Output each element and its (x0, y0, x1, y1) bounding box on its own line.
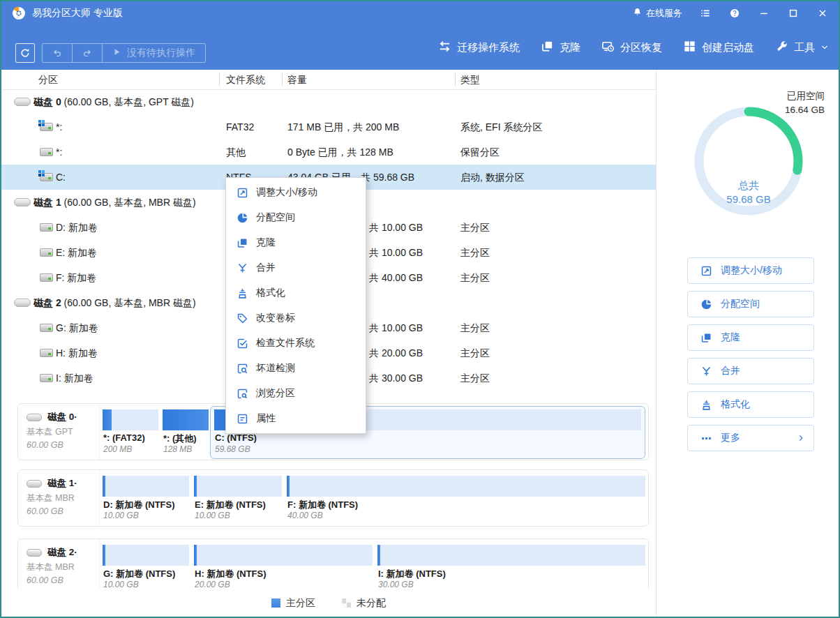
partition-block[interactable]: F: 新加卷 (NTFS) 40.00 GB (287, 470, 645, 526)
disk-icon (14, 198, 31, 206)
partition-type: 系统, EFI 系统分区 (460, 114, 542, 140)
redo-button[interactable] (73, 44, 103, 62)
partition-block[interactable]: E: 新加卷 (NTFS) 10.00 GB (194, 470, 282, 526)
toolbar-action-label: 迁移操作系统 (457, 41, 520, 54)
legend-unallocated: 未分配 (342, 597, 386, 610)
undo-button[interactable] (43, 44, 73, 62)
pending-operations-group: 没有待执行操作 (42, 43, 206, 63)
disk-map-size: 60.00 GB (27, 506, 63, 516)
action-button-allocate-space[interactable]: 分配空间 (687, 291, 814, 317)
pending-operations-label: 没有待执行操作 (127, 47, 195, 59)
table-row-partition[interactable]: *: FAT32 171 MB 已用，共 200 MB 系统, EFI 系统分区 (1, 114, 656, 140)
disk-name: 磁盘 1 (60.00 GB, 基本盘, MBR 磁盘) (33, 190, 196, 215)
partition-block[interactable]: D: 新加卷 (NTFS) 10.00 GB (103, 470, 189, 526)
execute-pending-button[interactable]: 没有待执行操作 (103, 44, 205, 62)
format-icon (237, 287, 248, 299)
help-icon[interactable] (728, 7, 741, 20)
disk-map-type: 基本盘 MBR (27, 562, 75, 573)
partition-capacity: 0 Byte 已用，共 128 MB (287, 140, 393, 165)
partition-usage-bar (194, 476, 282, 497)
titlebar: 易我分区大师 专业版 在线服务 (1, 1, 839, 25)
refresh-button[interactable] (15, 43, 35, 63)
toolbar-bootable-disk-button[interactable]: 创建启动盘 (683, 40, 754, 55)
partition-block-label: I: 新加卷 (NTFS) (378, 568, 446, 580)
menu-item-merge[interactable]: 合并 (226, 255, 366, 280)
partition-label: C: (56, 165, 66, 190)
partition-label: F: 新加卷 (56, 265, 96, 290)
partition-type: 保留分区 (460, 140, 500, 165)
disk-map-panel: 磁盘 2· 基本盘 MBR 60.00 GB G: 新加卷 (NTFS) 10.… (17, 538, 649, 596)
properties-icon (237, 413, 248, 425)
used-space-fill (194, 545, 197, 566)
drive-led (48, 227, 51, 229)
partition-label: *: (56, 114, 62, 140)
action-button-clone[interactable]: 克隆 (687, 324, 814, 351)
disk-map-info[interactable]: 磁盘 0· 基本盘 GPT 60.00 GB (18, 404, 100, 460)
online-service-button[interactable]: 在线服务 (632, 7, 682, 20)
partition-usage-bar (103, 409, 158, 430)
partition-block[interactable]: G: 新加卷 (NTFS) 10.00 GB (103, 539, 189, 595)
drive-led (48, 378, 51, 380)
menu-item-browse-partition[interactable]: 浏览分区 (226, 381, 366, 406)
partition-icon (40, 273, 53, 282)
used-space-fill (103, 476, 105, 497)
close-button[interactable] (816, 7, 829, 20)
table-row-partition[interactable]: *: 其他 0 Byte 已用，共 128 MB 保留分区 (1, 140, 656, 165)
menu-item-label: 坏道检测 (256, 362, 295, 375)
menu-item-allocate-space[interactable]: 分配空间 (226, 205, 366, 230)
partition-block[interactable]: *: (FAT32) 200 MB (103, 404, 158, 460)
minimize-button[interactable] (758, 7, 770, 20)
operation-list-icon[interactable] (699, 7, 712, 20)
partition-block[interactable]: H: 新加卷 (NTFS) 20.00 GB (194, 539, 373, 595)
app-window: 易我分区大师 专业版 在线服务 没有待执行操作 迁移操作系统克隆分区恢复创建启动… (0, 0, 840, 618)
disk-map-panel: 磁盘 1· 基本盘 MBR 60.00 GB D: 新加卷 (NTFS) 10.… (17, 469, 649, 527)
partition-icon (40, 223, 53, 232)
menu-item-check-filesystem[interactable]: 检查文件系统 (226, 331, 366, 356)
table-row-disk[interactable]: 磁盘 0 (60.00 GB, 基本盘, GPT 磁盘) (1, 89, 656, 114)
partition-block[interactable]: *: (其他) 128 MB (163, 404, 209, 460)
migrate-os-icon (438, 40, 451, 55)
drive-led (48, 127, 51, 129)
toolbar-migrate-os-button[interactable]: 迁移操作系统 (438, 40, 520, 55)
menu-item-properties[interactable]: 属性 (226, 406, 366, 431)
disk-map-type: 基本盘 MBR (27, 492, 75, 504)
menu-item-label: 合并 (256, 262, 276, 274)
partition-block[interactable]: I: 新加卷 (NTFS) 30.00 GB (377, 539, 645, 595)
disk-map-info[interactable]: 磁盘 2· 基本盘 MBR 60.00 GB (18, 539, 100, 595)
used-space-fill (287, 476, 290, 497)
partition-capacity: 共 40.00 GB (369, 265, 423, 290)
toolbar: 没有待执行操作 迁移操作系统克隆分区恢复创建启动盘工具 (1, 25, 839, 70)
partition-block-label: *: (FAT32) (103, 432, 145, 443)
clone-icon (700, 332, 712, 344)
bad-sector-icon (237, 363, 248, 375)
disk-map-name: 磁盘 1· (47, 477, 77, 490)
toolbar-action-label: 克隆 (560, 41, 580, 54)
menu-item-clone[interactable]: 克隆 (226, 230, 366, 255)
action-button-format[interactable]: 格式化 (687, 391, 814, 418)
header-type: 类型 (460, 70, 480, 89)
menu-item-bad-sector[interactable]: 坏道检测 (226, 356, 366, 381)
disk-map-info[interactable]: 磁盘 1· 基本盘 MBR 60.00 GB (18, 470, 100, 526)
menu-item-change-label[interactable]: 改变卷标 (226, 306, 366, 331)
resize-move-icon (237, 187, 248, 199)
action-button-label: 分配空间 (721, 298, 760, 310)
menu-item-label: 改变卷标 (256, 312, 295, 324)
action-button-merge[interactable]: 合并 (687, 358, 814, 384)
menu-item-resize-move[interactable]: 调整大小/移动 (226, 180, 366, 205)
partition-usage-bar (103, 476, 189, 497)
toolbar-tools-button[interactable]: 工具 (775, 40, 829, 55)
action-button-more[interactable]: 更多 (687, 425, 814, 451)
partition-capacity: 共 10.00 GB (369, 315, 423, 340)
legend-bar: 主分区 未分配 (1, 589, 656, 617)
action-button-resize-move[interactable]: 调整大小/移动 (687, 257, 814, 284)
action-button-label: 克隆 (721, 331, 740, 344)
partition-icon (40, 123, 53, 131)
partition-type: 主分区 (460, 365, 490, 391)
toolbar-partition-recovery-button[interactable]: 分区恢复 (601, 40, 662, 55)
maximize-button[interactable] (787, 7, 800, 20)
merge-icon (700, 365, 712, 377)
menu-item-format[interactable]: 格式化 (226, 280, 366, 306)
online-service-label: 在线服务 (646, 7, 682, 20)
total-space-label: 总共 59.68 GB (689, 179, 809, 206)
toolbar-clone-button[interactable]: 克隆 (541, 40, 580, 55)
